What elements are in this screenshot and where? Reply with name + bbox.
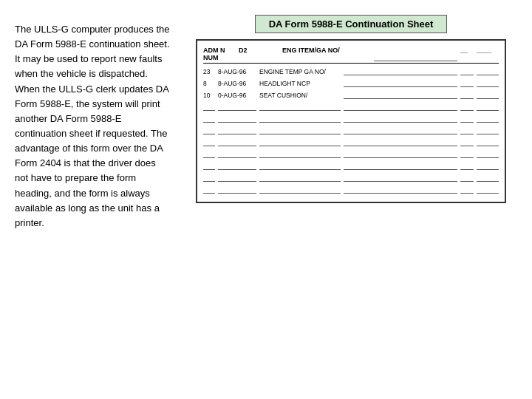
row1-eng: ENGINE TEMP GA NO/ [259, 68, 341, 75]
row3-num: 10 [203, 92, 215, 99]
data-row-2: 8 8-AUG-96 HEADLIGHT NCP [203, 78, 499, 87]
description-text: The ULLS-G computer produces the DA Form… [15, 22, 170, 231]
empty-row-10 [203, 172, 499, 182]
er4-field1 [344, 103, 457, 111]
row2-field3 [477, 80, 499, 87]
row2-field2 [460, 80, 474, 87]
er4-field2 [460, 103, 474, 111]
header-d2: D2 [239, 47, 279, 61]
header-spacer [228, 47, 236, 61]
row3-field2 [460, 92, 474, 99]
empty-row-4 [203, 101, 499, 111]
empty-row-11 [203, 184, 499, 194]
row3-field1 [344, 92, 457, 99]
form-header-row: ADM N NUM D2 ENG ITEM/GA NO/ __ ____ [203, 47, 499, 64]
left-description-panel: The ULLS-G computer produces the DA Form… [15, 15, 185, 231]
row3-date: 0-AUG-96 [218, 92, 256, 99]
right-form-panel: DA Form 5988-E Continuation Sheet ADM N … [185, 15, 517, 203]
row2-eng: HEADLIGHT NCP [259, 80, 341, 87]
data-row-1: 23 8-AUG-96 ENGINE TEMP GA NO/ [203, 66, 499, 75]
empty-row-8 [203, 149, 499, 158]
row2-num: 8 [203, 80, 215, 87]
row1-field3 [477, 68, 499, 75]
row2-date: 8-AUG-96 [218, 80, 256, 87]
header-adm: ADM N NUM [203, 47, 225, 61]
row1-field1 [344, 68, 457, 75]
form-title: DA Form 5988-E Continuation Sheet [255, 15, 448, 33]
row1-field2 [460, 68, 474, 75]
row3-eng: SEAT CUSHION/ [259, 92, 341, 99]
header-dash2: ____ [477, 47, 499, 61]
row3-field3 [477, 92, 499, 99]
header-eng-label: ENG ITEM/GA NO/ [282, 47, 371, 61]
er4-col3 [259, 103, 341, 111]
row1-num: 23 [203, 68, 215, 75]
empty-row-7 [203, 137, 499, 146]
er4-col1 [203, 103, 215, 111]
er4-col2 [218, 103, 256, 111]
header-blank [374, 47, 457, 61]
empty-row-9 [203, 160, 499, 170]
row2-field1 [344, 80, 457, 87]
form-image-box: ADM N NUM D2 ENG ITEM/GA NO/ __ ____ 23 … [196, 39, 506, 203]
data-row-3: 10 0-AUG-96 SEAT CUSHION/ [203, 89, 499, 99]
empty-row-6 [203, 125, 499, 134]
er4-field3 [477, 103, 499, 111]
row1-date: 8-AUG-96 [218, 68, 256, 75]
empty-row-5 [203, 113, 499, 123]
header-dash1: __ [460, 47, 474, 61]
